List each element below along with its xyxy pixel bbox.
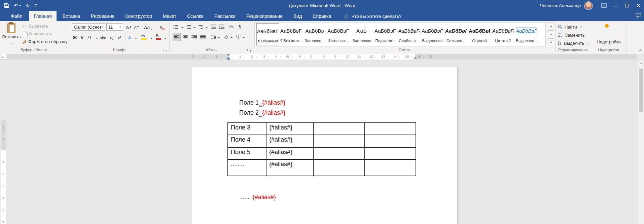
- table-cell[interactable]: Поле 4: [228, 135, 266, 147]
- clipboard-dialog-launcher-icon[interactable]: [64, 49, 68, 52]
- numbering-button[interactable]: [184, 23, 192, 31]
- font-color-button[interactable]: А: [155, 33, 158, 40]
- table-cell[interactable]: [365, 135, 416, 147]
- style-emphasis[interactable]: АаБбВвГг Выделение: [421, 23, 443, 45]
- shrink-font-button[interactable]: A▼: [134, 24, 139, 30]
- document-page[interactable]: Поле 1_{#alias#} Поле 2_{#alias#} Поле 3…: [192, 67, 458, 224]
- collapse-ribbon-icon[interactable]: [639, 49, 643, 52]
- first-line-indent-marker[interactable]: [227, 54, 230, 56]
- style-no-spacing[interactable]: АаБбВвГг, ¶ Без инте...: [280, 23, 302, 45]
- font-size-dropdown-icon[interactable]: [119, 27, 121, 29]
- table-cell[interactable]: Поле 5: [228, 147, 266, 159]
- bold-button[interactable]: Ж: [73, 34, 77, 40]
- horizontal-ruler[interactable]: 3 2 1 1 2 3 4 5 6 7 8 9 10 11 12 13 14 1…: [7, 54, 637, 60]
- find-dropdown-icon[interactable]: [580, 27, 582, 29]
- scroll-up-icon[interactable]: [639, 61, 643, 66]
- tab-design[interactable]: Конструктор: [120, 11, 157, 21]
- vertical-ruler[interactable]: 2 1 1 2 3 4 5 6 7 8 9 10 11: [1, 120, 6, 224]
- table-cell[interactable]: [365, 123, 416, 135]
- avatar[interactable]: [584, 1, 593, 10]
- change-case-button[interactable]: Aa: [144, 24, 153, 30]
- tell-me-label[interactable]: Что вы хотите сделать?: [351, 14, 401, 19]
- footer-line[interactable]: ......{#alias#}: [229, 187, 276, 208]
- tab-file[interactable]: Файл: [5, 11, 28, 21]
- tab-home[interactable]: Главная: [29, 11, 56, 21]
- table-cell[interactable]: [313, 147, 365, 159]
- subscript-button[interactable]: x₂: [110, 34, 113, 40]
- line-spacing-button[interactable]: [210, 33, 217, 41]
- styles-more-button[interactable]: [548, 38, 554, 46]
- font-dialog-launcher-icon[interactable]: [164, 49, 167, 52]
- close-button[interactable]: ✕: [633, 0, 644, 11]
- table-cell[interactable]: [313, 135, 365, 147]
- right-indent-marker[interactable]: [414, 57, 417, 59]
- tab-mailings[interactable]: Рассылки: [210, 11, 240, 21]
- addin-icon[interactable]: [605, 24, 609, 28]
- font-size-combo[interactable]: 11: [106, 23, 123, 31]
- line-spacing-dropdown-icon[interactable]: [218, 37, 220, 39]
- customize-quick-access-icon[interactable]: [35, 4, 37, 7]
- multilevel-list-button[interactable]: [196, 23, 204, 31]
- table-cell[interactable]: ........: [228, 159, 266, 176]
- table-cell[interactable]: {#alias#}: [266, 147, 313, 159]
- paragraph-dialog-launcher-icon[interactable]: [247, 49, 251, 52]
- minimize-button[interactable]: —: [610, 0, 621, 11]
- styles-dialog-launcher-icon[interactable]: [550, 49, 553, 52]
- show-paragraph-marks-button[interactable]: ¶: [236, 23, 244, 30]
- align-center-button[interactable]: [182, 33, 189, 41]
- find-button[interactable]: Найти: [558, 24, 582, 30]
- clear-formatting-button[interactable]: А: [159, 24, 163, 30]
- table-cell[interactable]: [313, 159, 365, 176]
- highlight-button[interactable]: ab: [141, 33, 145, 40]
- superscript-button[interactable]: x²: [118, 34, 121, 40]
- grow-font-button[interactable]: A▲: [126, 24, 132, 30]
- addins-button[interactable]: Надстройки: [591, 39, 627, 44]
- table-cell[interactable]: {#alias#}: [266, 135, 313, 147]
- restore-button[interactable]: [621, 0, 633, 11]
- underline-dropdown-icon[interactable]: [96, 38, 98, 40]
- tell-me-box[interactable]: Что вы хотите сделать?: [345, 11, 401, 21]
- style-subtitle[interactable]: АаБбВвГг, Подзагол...: [374, 23, 396, 45]
- undo-icon[interactable]: ↶: [14, 3, 21, 8]
- justify-button[interactable]: [199, 33, 207, 41]
- user-name[interactable]: Чепелюк Александр: [540, 3, 581, 8]
- copy-button[interactable]: Копировать: [23, 31, 52, 36]
- table-cell[interactable]: [365, 147, 416, 159]
- style-strong[interactable]: АаБбВвГг, Строгий: [468, 23, 491, 45]
- table-cell[interactable]: {#alias#}: [266, 123, 313, 135]
- font-name-combo[interactable]: Calibri (Основн: [72, 23, 105, 31]
- style-subtle-emphasis[interactable]: АаБбВвГг Слабое в...: [398, 23, 420, 45]
- tab-layout[interactable]: Макет: [158, 11, 181, 21]
- ribbon-display-options-icon[interactable]: [598, 0, 610, 11]
- styles-scroll-up-button[interactable]: [548, 22, 554, 30]
- underline-button[interactable]: Ч: [88, 34, 91, 40]
- tab-selector[interactable]: ∟: [1, 54, 6, 60]
- format-painter-button[interactable]: Формат по образцу: [22, 39, 68, 44]
- sort-button[interactable]: АЯ↓: [227, 23, 235, 30]
- paste-dropdown-icon[interactable]: [10, 43, 12, 45]
- scrollbar-thumb[interactable]: [639, 69, 643, 112]
- document-table[interactable]: Поле 3 {#alias#} Поле 4 {#alias#} Поле 5…: [227, 122, 416, 176]
- table-cell[interactable]: {#alias#}: [266, 159, 313, 176]
- redo-icon[interactable]: ↻: [26, 3, 30, 8]
- style-heading1[interactable]: АаБбВв Заголово...: [303, 23, 326, 45]
- font-name-dropdown-icon[interactable]: [101, 27, 103, 29]
- style-title[interactable]: АаЬ Заголовок: [351, 23, 373, 45]
- style-normal[interactable]: АаБбВвГг, ¶ Обычный: [256, 23, 279, 45]
- style-heading2[interactable]: АаБбВвГ Заголово...: [327, 23, 349, 45]
- text-effects-button[interactable]: А: [128, 34, 132, 40]
- paste-button[interactable]: Вставить: [2, 23, 21, 47]
- text-effects-dropdown-icon[interactable]: [135, 38, 137, 40]
- styles-scroll-down-button[interactable]: [548, 30, 554, 38]
- strikethrough-button[interactable]: abc: [100, 34, 106, 40]
- align-left-button[interactable]: [173, 33, 180, 41]
- style-intense-emphasis[interactable]: АаБбВвГг Сильное...: [445, 23, 467, 45]
- decrease-indent-button[interactable]: [210, 23, 217, 31]
- bullets-dropdown-icon[interactable]: [181, 27, 183, 29]
- numbering-dropdown-icon[interactable]: [193, 27, 195, 29]
- table-cell[interactable]: [365, 159, 416, 176]
- tab-references[interactable]: Ссылки: [182, 11, 208, 21]
- select-button[interactable]: Выделить: [558, 40, 589, 46]
- italic-button[interactable]: К: [81, 34, 83, 40]
- font-color-dropdown-icon[interactable]: [165, 38, 167, 40]
